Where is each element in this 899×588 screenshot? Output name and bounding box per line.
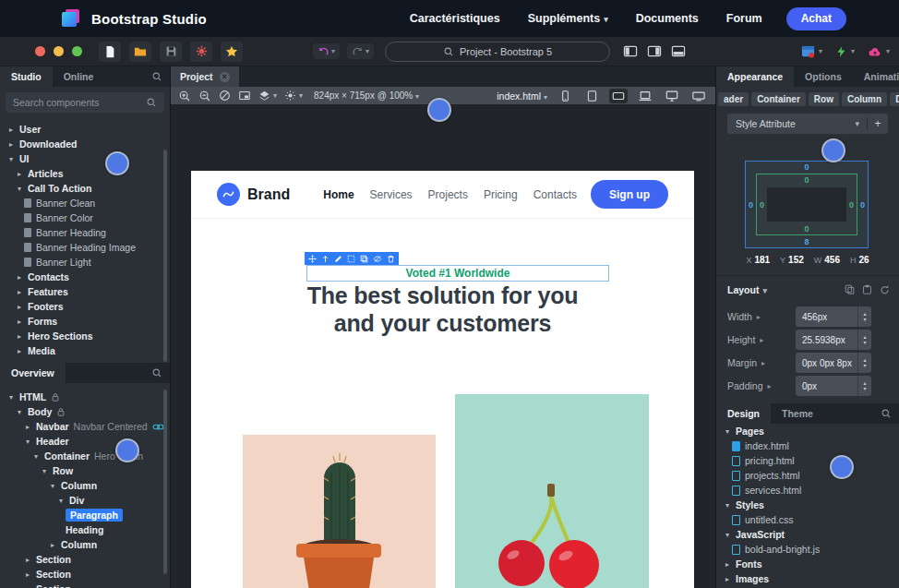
page-selector[interactable]: index.html ▾ [497,90,547,102]
width-input[interactable]: 456px▴▾ [796,306,871,327]
layout-section-header[interactable]: Layout▾ [727,284,767,295]
tab-project[interactable]: Project × [171,66,239,87]
open-project-button[interactable] [129,42,151,62]
width-stepper[interactable]: ▴▾ [857,306,871,327]
component-banner-light[interactable]: Banner Light [0,255,170,270]
design-file-services[interactable]: services.html [716,483,899,498]
tab-appearance[interactable]: Appearance [716,66,794,87]
overview-item-body[interactable]: ▾Body [0,404,170,419]
nav-features[interactable]: Caractéristiques [410,12,500,25]
component-banner-clean[interactable]: Banner Clean [0,196,170,210]
preview-navbar[interactable]: Brand Home Services Projects Pricing Con… [191,171,694,219]
preview-in-browser-button[interactable]: ▾ [801,44,822,58]
margin-label[interactable]: Margin▸ [716,357,796,368]
preview-link-services[interactable]: Services [370,188,413,201]
hero-heading[interactable]: The best solution for you and your custo… [191,282,694,337]
chevron-down-icon[interactable]: ▾ [366,47,369,55]
chevron-down-icon[interactable]: ▾ [331,47,335,55]
design-item-pages[interactable]: ▾Pages [716,424,899,438]
favorites-button[interactable] [221,42,243,62]
style-attribute-select[interactable]: Style Attribute ▾ + [727,114,888,134]
margin-input[interactable]: 0px 0px 8px▴▾ [796,353,871,373]
tab-theme[interactable]: Theme [771,403,824,424]
brand-logo-icon[interactable] [217,183,240,206]
overview-item-section1[interactable]: ▸Section [0,552,170,567]
device-monitor-button[interactable] [689,89,708,103]
zoom-in-icon[interactable] [178,90,191,102]
nav-forum[interactable]: Forum [726,12,762,25]
theme-brightness-dropdown[interactable]: ▾ [284,90,303,102]
toggle-right-panel-icon[interactable] [647,44,662,58]
fit-to-screen-icon[interactable] [238,90,251,102]
design-canvas[interactable]: Brand Home Services Projects Pricing Con… [171,104,715,588]
outline-icon[interactable] [347,255,355,263]
breadcrumb-row[interactable]: Row [809,92,839,106]
paste-styles-icon[interactable] [862,284,872,294]
preview-link-pricing[interactable]: Pricing [484,188,518,201]
overview-scrollbar[interactable] [163,390,167,574]
overview-item-section3[interactable]: ▸Section [0,582,170,588]
nav-addons[interactable]: Suppléments▾ [528,12,608,25]
export-button[interactable]: ▾ [835,45,855,58]
padding-label[interactable]: Padding▸ [716,380,796,391]
save-button[interactable] [160,42,182,62]
overview-item-container[interactable]: ▾ContainerHero Clean [0,449,170,463]
overview-item-html[interactable]: ▾HTML [0,390,170,404]
height-label[interactable]: Height▸ [716,334,796,345]
preview-link-home[interactable]: Home [323,188,354,201]
tree-item-ui[interactable]: ▾UI [0,151,170,166]
preview-link-contacts[interactable]: Contacts [533,188,577,201]
device-tablet-landscape-button[interactable] [609,89,628,103]
chevron-down-icon[interactable]: ▾ [851,47,855,55]
overview-item-div[interactable]: ▾Div [0,493,170,508]
tree-item-footers[interactable]: ▸Footers [0,299,170,314]
design-item-images[interactable]: ▸Images [716,571,899,586]
canvas-dimensions[interactable]: 824px × 715px @ 100% ▾ [314,90,419,101]
component-banner-color[interactable]: Banner Color [0,210,170,225]
device-phone-button[interactable] [556,89,574,103]
copy-styles-icon[interactable] [845,284,855,294]
add-style-button[interactable]: + [868,117,888,130]
chevron-down-icon[interactable]: ▾ [819,47,822,55]
design-file-untitled-css[interactable]: untitled.css [716,512,899,527]
edit-icon[interactable] [334,255,342,263]
overview-item-header[interactable]: ▾Header [0,434,170,449]
duplicate-icon[interactable] [360,255,368,263]
toggle-bottom-panel-icon[interactable] [671,44,686,58]
design-item-styles[interactable]: ▾Styles [716,498,899,512]
breadcrumb-header[interactable]: ader [718,92,749,106]
project-search-field[interactable]: Project - Bootstrap 5 [385,42,610,62]
cherries-image[interactable] [455,394,649,588]
device-laptop-button[interactable] [636,89,654,103]
component-banner-heading-image[interactable]: Banner Heading Image [0,240,170,255]
device-desktop-button[interactable] [663,89,681,103]
reset-styles-icon[interactable] [880,284,890,294]
tab-studio[interactable]: Studio [0,66,53,87]
design-file-bold-and-bright-js[interactable]: bold-and-bright.js [716,542,899,557]
cactus-image[interactable] [243,435,436,588]
toggle-left-panel-icon[interactable] [623,44,638,58]
close-tab-icon[interactable]: × [220,72,230,82]
tab-animation[interactable]: Animation [853,66,899,87]
hide-icon[interactable] [373,255,382,263]
overview-item-paragraph-selected[interactable]: Paragraph [0,508,170,522]
chevron-down-icon[interactable]: ▾ [886,47,890,55]
margin-stepper[interactable]: ▴▾ [857,353,871,373]
design-search[interactable] [881,403,899,424]
height-input[interactable]: 25.5938px▴▾ [796,330,871,350]
design-file-index[interactable]: index.html [716,438,899,453]
tree-item-features[interactable]: ▸Features [0,284,170,299]
components-scrollbar[interactable] [163,150,167,362]
overview-item-row[interactable]: ▾Row [0,463,170,478]
component-banner-heading[interactable]: Banner Heading [0,225,170,240]
design-file-pricing[interactable]: pricing.html [716,453,899,468]
tab-options[interactable]: Options [794,66,853,87]
preview-page[interactable]: Brand Home Services Projects Pricing Con… [191,171,694,588]
new-file-button[interactable] [99,42,121,62]
components-tab-search[interactable] [151,66,170,87]
device-tablet-button[interactable] [582,89,601,103]
delete-icon[interactable] [387,255,395,263]
settings-button[interactable] [190,42,212,62]
overview-item-column2[interactable]: ▸Column [0,537,170,552]
maximize-window-button[interactable] [72,46,82,56]
